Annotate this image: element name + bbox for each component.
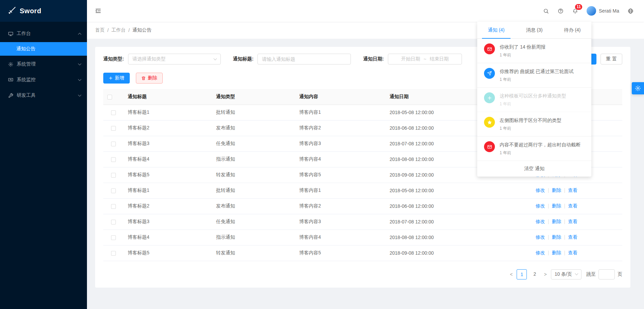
logo[interactable]: Sword — [0, 0, 87, 22]
notice-type-select[interactable]: 请选择通知类型 — [128, 54, 221, 65]
bell-icon[interactable]: 11 — [568, 0, 583, 22]
sidebar-item-dev-tools[interactable]: 研发工具 — [0, 88, 87, 103]
row-checkbox[interactable] — [111, 173, 116, 178]
row-checkbox[interactable] — [111, 204, 116, 209]
notification-tabs: 通知 (4) 消息 (3) 待办 (4) — [477, 22, 591, 39]
theme-settings-button[interactable] — [632, 82, 644, 94]
notification-time: 1 年前 — [500, 77, 574, 83]
trash-icon — [141, 76, 146, 80]
date-end-placeholder: 结束日期 — [430, 56, 449, 62]
row-action-delete[interactable]: 删除 — [552, 187, 561, 193]
notification-title: 左侧图标用于区分不同的类型 — [500, 117, 561, 124]
cell-type: 转发通知 — [212, 245, 295, 261]
sidebar-item-notice[interactable]: 通知公告 — [0, 42, 87, 56]
row-checkbox[interactable] — [111, 235, 116, 240]
pagination-next[interactable]: > — [542, 272, 548, 277]
tab-messages[interactable]: 消息 (3) — [515, 22, 553, 38]
search-icon[interactable] — [539, 0, 553, 22]
pagination-prev[interactable]: < — [508, 272, 514, 277]
notification-item[interactable]: 左侧图标用于区分不同的类型 1 年前 — [477, 112, 591, 137]
row-checkbox[interactable] — [111, 142, 116, 146]
row-action-edit[interactable]: 修改 — [536, 187, 545, 193]
row-action-delete[interactable]: 删除 — [552, 250, 561, 255]
tab-notices[interactable]: 通知 (4) — [477, 22, 515, 38]
cell-date: 2018-07-08 12:00:00 — [386, 136, 491, 151]
cell-type: 发布通知 — [212, 198, 295, 214]
row-action-view[interactable]: 查看 — [568, 234, 577, 240]
row-action-view[interactable]: 查看 — [568, 219, 577, 224]
row-checkbox[interactable] — [111, 188, 116, 193]
cell-title: 博客标题2 — [124, 198, 212, 214]
cell-date: 2018-07-08 12:00:00 — [386, 214, 491, 230]
select-all-checkbox[interactable] — [107, 95, 112, 99]
menu-fold-icon[interactable] — [87, 0, 109, 22]
app-title: Sword — [20, 7, 41, 15]
row-checkbox[interactable] — [111, 220, 116, 224]
cell-content: 博客内容1 — [295, 183, 386, 198]
row-action-delete[interactable]: 删除 — [552, 234, 561, 240]
row-checkbox[interactable] — [111, 126, 116, 131]
pagination-page-1[interactable]: 1 — [517, 269, 527, 279]
row-action-delete[interactable]: 删除 — [552, 219, 561, 224]
desktop-icon — [8, 31, 13, 36]
tab-todos[interactable]: 待办 (4) — [553, 22, 591, 38]
column-title: 通知标题 — [124, 89, 212, 105]
cell-title: 博客标题3 — [124, 136, 212, 151]
sidebar: Sword 工作台 通知公告 系统管理 — [0, 0, 87, 309]
row-action-delete[interactable]: 删除 — [552, 203, 561, 208]
notice-title-input[interactable] — [257, 54, 351, 65]
notification-item[interactable]: 你推荐的 曲妮妮 已通过第三轮面试 1 年前 — [477, 63, 591, 88]
cell-content: 博客内容3 — [295, 214, 386, 230]
account-menu[interactable]: Serati Ma — [583, 0, 623, 22]
breadcrumb-home[interactable]: 首页 — [95, 27, 105, 33]
row-action-edit[interactable]: 修改 — [536, 250, 545, 255]
row-checkbox[interactable] — [111, 110, 116, 115]
add-button[interactable]: 新增 — [103, 73, 130, 84]
cell-type: 任免通知 — [212, 136, 295, 151]
help-icon[interactable] — [553, 0, 568, 22]
notification-item[interactable]: 你收到了 14 份新周报 1 年前 — [477, 39, 591, 63]
cell-title: 博客标题2 — [124, 120, 212, 136]
cell-date: 2018-05-08 12:00:00 — [386, 105, 491, 120]
delete-button[interactable]: 删除 — [136, 73, 163, 84]
cell-date: 2018-08-08 12:00:00 — [386, 151, 491, 167]
date-range-picker[interactable]: 开始日期 ~ 结束日期 — [388, 54, 462, 65]
header-actions: 11 Serati Ma — [539, 0, 644, 22]
row-checkbox[interactable] — [111, 251, 116, 256]
jump-suffix: 页 — [618, 271, 622, 277]
type-filter-label: 通知类型: — [103, 56, 124, 62]
clear-notices-button[interactable]: 清空 通知 — [477, 161, 591, 177]
sidebar-item-system-manage[interactable]: 系统管理 — [0, 57, 87, 71]
cell-type: 批转通知 — [212, 183, 295, 198]
row-action-view[interactable]: 查看 — [568, 187, 577, 193]
cell-date: 2018-06-08 12:00:00 — [386, 198, 491, 214]
row-action-edit[interactable]: 修改 — [536, 219, 545, 224]
row-action-view[interactable]: 查看 — [568, 250, 577, 255]
cell-content: 博客内容2 — [295, 198, 386, 214]
row-action-edit[interactable]: 修改 — [536, 234, 545, 240]
avatar — [587, 6, 596, 16]
table-row: 博客标题3 任免通知 博客内容3 2018-07-08 12:00:00 修改|… — [103, 214, 622, 230]
row-checkbox[interactable] — [111, 157, 116, 162]
chevron-down-icon — [78, 93, 82, 97]
page-size-select[interactable]: 10 条/页 — [551, 269, 582, 279]
date-separator: ~ — [424, 56, 426, 62]
notification-item[interactable]: 内容不要超过两行字，超出时自动截断 1 年前 — [477, 137, 591, 161]
breadcrumb-workbench[interactable]: 工作台 — [111, 27, 126, 33]
sidebar-item-system-monitor[interactable]: 系统监控 — [0, 73, 87, 87]
cell-title: 博客标题3 — [124, 214, 212, 230]
reset-button[interactable]: 重 置 — [601, 54, 622, 65]
pagination-page-2[interactable]: 2 — [530, 269, 540, 279]
column-content: 通知内容 — [295, 89, 386, 105]
cell-title: 博客标题4 — [124, 230, 212, 245]
cell-title: 博客标题5 — [124, 245, 212, 261]
row-action-view[interactable]: 查看 — [568, 203, 577, 208]
sidebar-item-workbench[interactable]: 工作台 — [0, 26, 87, 41]
jump-page-input[interactable] — [598, 269, 615, 279]
notification-item[interactable]: 这种模板可以区分多种通知类型 1 年前 — [477, 88, 591, 112]
row-action-edit[interactable]: 修改 — [536, 203, 545, 208]
globe-icon[interactable] — [623, 0, 638, 22]
title-filter-label: 通知标题: — [233, 56, 254, 62]
monitor-icon — [8, 77, 13, 83]
cell-date: 2018-09-08 12:00:00 — [386, 245, 491, 261]
